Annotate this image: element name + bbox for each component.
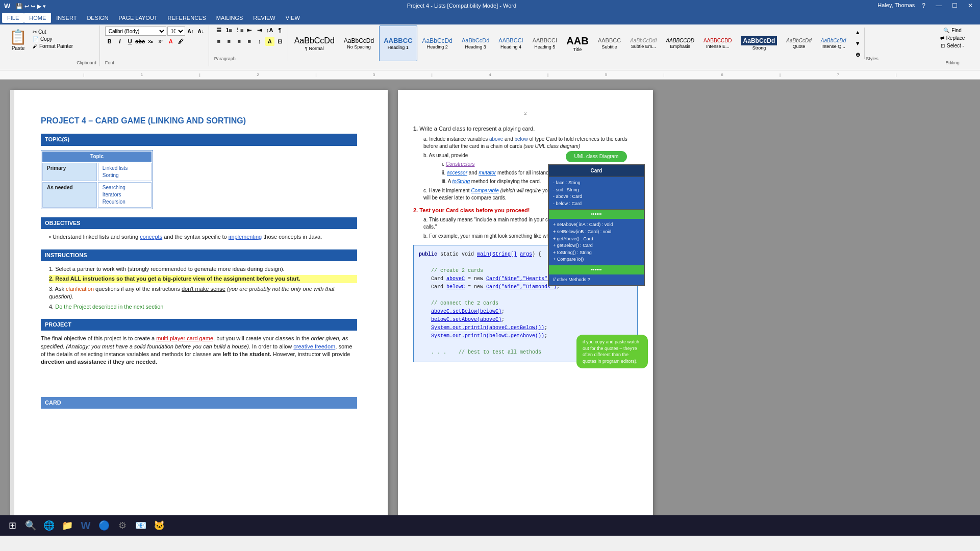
implementing-link[interactable]: implementing bbox=[229, 234, 262, 240]
copy-button[interactable]: 📄 Copy bbox=[31, 36, 74, 42]
menu-file[interactable]: FILE bbox=[2, 13, 24, 23]
document-area: PROJECT 4 – CARD GAME (LINKING AND SORTI… bbox=[0, 80, 980, 536]
code-below: belowC bbox=[446, 284, 465, 290]
format-painter-label: Format Painter bbox=[39, 43, 73, 49]
code-set-above: belowC.setAbove(aboveC) bbox=[431, 317, 501, 322]
italic-btn[interactable]: I bbox=[115, 37, 124, 46]
style-quote[interactable]: AaBbCcDd Quote bbox=[782, 26, 815, 61]
topics-table-header-row: Topic bbox=[42, 152, 152, 162]
style-heading1[interactable]: AABBCC Heading 1 bbox=[379, 26, 417, 61]
underline-btn[interactable]: U bbox=[125, 37, 135, 46]
style-heading4[interactable]: AABBCCI Heading 4 bbox=[494, 26, 527, 61]
align-center-btn[interactable]: ≡ bbox=[224, 37, 234, 46]
cut-button[interactable]: ✂ Cut bbox=[31, 29, 74, 35]
shading-btn[interactable]: A bbox=[265, 37, 274, 46]
font-size-select[interactable]: 10 bbox=[167, 27, 185, 36]
menu-design[interactable]: DESIGN bbox=[82, 13, 113, 23]
taskbar-word[interactable]: W bbox=[78, 517, 94, 534]
style-strong-label: Strong bbox=[752, 45, 766, 51]
menu-mailings[interactable]: MAILINGS bbox=[211, 13, 248, 23]
minimize-btn[interactable]: — bbox=[933, 2, 945, 9]
style-normal[interactable]: AaBbCcDd ¶ Normal bbox=[290, 26, 339, 61]
quick-access: 💾 ↩ ↪ ▶ ▾ bbox=[16, 3, 45, 9]
style-title[interactable]: AAB Title bbox=[562, 26, 593, 61]
superscript-btn[interactable]: X² bbox=[156, 37, 165, 46]
style-emphasis[interactable]: AABBCCDD Emphasis bbox=[662, 26, 698, 61]
styles-scroll-up[interactable]: ▲ bbox=[853, 28, 862, 37]
topics-primary-items: Linked lists Sorting bbox=[98, 163, 152, 181]
show-formatting-btn[interactable]: ¶ bbox=[275, 26, 285, 35]
style-no-spacing[interactable]: AaBbCcDd No Spacing bbox=[340, 26, 378, 61]
menu-review[interactable]: REVIEW bbox=[248, 13, 280, 23]
style-h2-preview: AaBbCcDd bbox=[422, 37, 453, 44]
align-left-btn[interactable]: ≡ bbox=[214, 37, 223, 46]
menu-pagelayout[interactable]: PAGE LAYOUT bbox=[114, 13, 163, 23]
taskbar-app9[interactable]: 🐱 bbox=[151, 517, 167, 534]
strikethrough-btn[interactable]: abc bbox=[136, 37, 145, 46]
style-heading2[interactable]: AaBbCcDd Heading 2 bbox=[418, 26, 457, 61]
style-strong[interactable]: AaBbCcDd Strong bbox=[737, 26, 782, 61]
select-button[interactable]: ⊡ Select - bbox=[939, 42, 966, 49]
highlight-btn[interactable]: 🖊 bbox=[177, 37, 186, 46]
instruction-3: 3. Ask clarification questions if any of… bbox=[49, 285, 357, 301]
style-subtle-em[interactable]: AaBbCcDdI Subtle Em... bbox=[626, 26, 661, 61]
border-btn[interactable]: ⊡ bbox=[275, 37, 285, 46]
taskbar-outlook[interactable]: 📧 bbox=[133, 517, 149, 534]
styles-expand[interactable]: ⊕ bbox=[853, 50, 862, 59]
constructors-link[interactable]: Constructors bbox=[446, 161, 475, 167]
style-subtle-em-label: Subtle Em... bbox=[631, 44, 656, 49]
line-spacing-btn[interactable]: ↕ bbox=[255, 37, 264, 46]
taskbar-settings[interactable]: ⚙ bbox=[114, 517, 131, 534]
grow-font-btn[interactable]: A↑ bbox=[186, 27, 195, 36]
maximize-btn[interactable]: ☐ bbox=[949, 2, 961, 9]
taskbar-ie[interactable]: 🌐 bbox=[41, 517, 57, 534]
paste-button[interactable]: 📋 Paste bbox=[5, 27, 31, 62]
menu-view[interactable]: VIEW bbox=[281, 13, 305, 23]
style-heading5[interactable]: AABBCCI Heading 5 bbox=[529, 26, 561, 61]
taskbar-start[interactable]: ⊞ bbox=[4, 517, 20, 534]
sort-btn[interactable]: ↕A bbox=[265, 26, 274, 35]
accessor-link[interactable]: accessor bbox=[447, 170, 467, 176]
justify-btn[interactable]: ≡ bbox=[245, 37, 254, 46]
format-painter-button[interactable]: 🖌 Format Painter bbox=[31, 43, 74, 49]
style-subtitle[interactable]: AABBCC Subtitle bbox=[594, 26, 625, 61]
close-btn[interactable]: ✕ bbox=[965, 2, 976, 9]
subscript-btn[interactable]: X₂ bbox=[146, 37, 155, 46]
numbering-btn[interactable]: 1≡ bbox=[224, 26, 234, 35]
shrink-font-btn[interactable]: A↓ bbox=[196, 27, 206, 36]
bold-btn[interactable]: B bbox=[105, 37, 114, 46]
decrease-indent-btn[interactable]: ⇤ bbox=[245, 26, 254, 35]
creative-freedom-link[interactable]: creative freedom bbox=[293, 343, 335, 349]
taskbar-search[interactable]: 🔍 bbox=[22, 517, 39, 534]
style-intense-e[interactable]: AABBCCDD Intense E... bbox=[699, 26, 736, 61]
style-h1-preview: AABBCC bbox=[384, 37, 412, 45]
tostring-link[interactable]: toString bbox=[453, 179, 470, 184]
style-quote-label: Quote bbox=[793, 44, 806, 49]
uml-ellipsis1: •••••• bbox=[549, 210, 644, 219]
text-color-btn[interactable]: A bbox=[166, 37, 175, 46]
mutator-link[interactable]: mutator bbox=[479, 170, 496, 176]
taskbar-chrome[interactable]: 🔵 bbox=[96, 517, 112, 534]
bullets-btn[interactable]: ☰ bbox=[214, 26, 223, 35]
style-strong-preview: AaBbCcDd bbox=[741, 36, 777, 45]
style-title-preview: AAB bbox=[566, 35, 588, 47]
styles-scroll-down[interactable]: ▼ bbox=[853, 39, 862, 48]
find-button[interactable]: 🔍 Find bbox=[941, 27, 963, 34]
menu-insert[interactable]: INSERT bbox=[51, 13, 82, 23]
style-intense-q[interactable]: AaBbCcDd Intense Q... bbox=[817, 26, 850, 61]
uml-method-getbelow: + getBelow() : Card bbox=[553, 242, 640, 249]
align-right-btn[interactable]: ≡ bbox=[235, 37, 244, 46]
help-btn[interactable]: ? bbox=[919, 2, 928, 9]
font-name-select[interactable]: Calibri (Body) bbox=[105, 27, 166, 36]
card-game-link[interactable]: multi-player card game bbox=[156, 335, 213, 341]
comparable-link[interactable]: Comparable bbox=[471, 188, 498, 193]
concepts-link[interactable]: concepts bbox=[140, 234, 162, 240]
menu-home[interactable]: HOME bbox=[24, 13, 51, 23]
increase-indent-btn[interactable]: ⇥ bbox=[255, 26, 264, 35]
replace-button[interactable]: ⇄ Replace bbox=[938, 34, 967, 42]
style-heading3[interactable]: AaBbCcDd Heading 3 bbox=[458, 26, 493, 61]
multilevel-btn[interactable]: ⋮≡ bbox=[235, 26, 244, 35]
font-row2: B I U abc X₂ X² A 🖊 bbox=[105, 37, 186, 46]
menu-references[interactable]: REFERENCES bbox=[163, 13, 211, 23]
taskbar-explorer[interactable]: 📁 bbox=[59, 517, 76, 534]
